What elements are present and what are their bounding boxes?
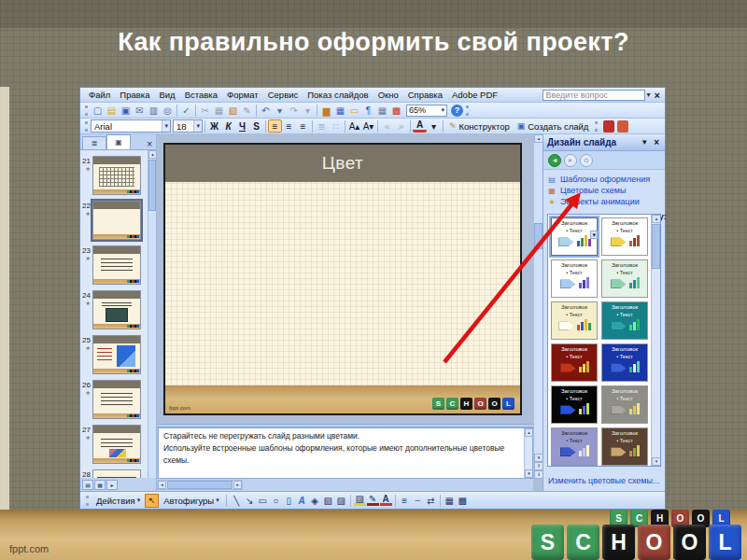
scrollbar-thumb[interactable] — [652, 224, 660, 269]
menu-item[interactable]: Сервис — [263, 89, 303, 101]
diagram-icon[interactable]: ◈ — [309, 494, 321, 507]
select-objects-button[interactable]: ↖ — [145, 494, 159, 508]
insert-comment-icon[interactable]: ▭ — [347, 104, 361, 117]
toolbar-grip[interactable] — [85, 105, 88, 116]
horizontal-scrollbar[interactable]: ◂ ▸ — [157, 480, 243, 490]
toolbar-grip[interactable] — [595, 121, 598, 132]
task-pane-link[interactable]: ★ Эффекты анимации — [547, 196, 661, 207]
back-icon[interactable]: ◂ — [548, 154, 561, 167]
color-scheme-card[interactable]: Заголовок • Текст — [551, 259, 598, 298]
menu-item[interactable]: Справка — [403, 89, 447, 101]
menu-item[interactable]: Вид — [154, 89, 179, 101]
paste-icon[interactable]: ▧ — [226, 104, 240, 117]
toolbar-grip[interactable] — [466, 105, 469, 116]
forward-icon[interactable]: ▸ — [564, 154, 577, 167]
slide-thumbnail[interactable] — [92, 335, 141, 374]
line-color-icon[interactable]: ✎ — [367, 495, 379, 506]
increase-indent-button[interactable]: » — [394, 119, 408, 133]
copy-icon[interactable]: ▦ — [212, 104, 226, 117]
3d-style-icon[interactable]: ▩ — [457, 494, 469, 507]
scroll-down-icon[interactable]: ▾ — [525, 469, 533, 478]
arrow-style-icon[interactable]: ⇄ — [425, 494, 437, 507]
scroll-up-icon[interactable]: ▴ — [148, 150, 157, 159]
numbering-button[interactable]: ≣ — [315, 119, 329, 133]
adobe-pdf-icon[interactable] — [603, 120, 614, 133]
color-scheme-card[interactable]: Заголовок • Текст — [601, 217, 648, 256]
color-scheme-card[interactable]: Заголовок • Текст — [551, 343, 598, 382]
color-scheme-card[interactable]: Заголовок • Текст — [551, 301, 598, 340]
help-icon[interactable]: ? — [451, 105, 463, 117]
align-left-button[interactable]: ≡ — [268, 119, 282, 133]
color-scheme-card[interactable]: Заголовок • Текст — [601, 343, 648, 382]
undo-icon[interactable]: ↶ — [259, 104, 273, 117]
decrease-font-button[interactable]: A▾ — [361, 119, 375, 133]
shadow-button[interactable]: S — [249, 119, 263, 133]
tab-outline[interactable]: ≣ — [82, 136, 106, 149]
oval-icon[interactable]: ○ — [270, 494, 282, 507]
scroll-down-icon[interactable]: ▾ — [652, 457, 661, 466]
task-pane-link[interactable]: ▦ Цветовые схемы — [547, 185, 661, 196]
cut-icon[interactable]: ✂ — [198, 104, 212, 117]
adobe-pdf-settings-icon[interactable] — [617, 120, 628, 133]
print-icon[interactable]: ▥ — [147, 104, 161, 117]
home-icon[interactable]: ⌂ — [580, 154, 593, 167]
align-center-button[interactable]: ≡ — [282, 119, 296, 133]
dash-style-icon[interactable]: ┄ — [412, 494, 424, 507]
bullets-button[interactable]: ∷ — [329, 119, 343, 133]
editor-scrollbar[interactable]: ▴ ▾ ⇑ ⇓ — [533, 134, 543, 479]
increase-font-button[interactable]: A▴ — [347, 119, 361, 133]
scrollbar-thumb[interactable] — [534, 223, 543, 249]
slide-thumbnail[interactable] — [92, 425, 141, 464]
color-scheme-card[interactable]: Заголовок • Текст — [551, 385, 598, 424]
clipart-icon[interactable]: ▧ — [322, 494, 334, 507]
scroll-left-icon[interactable]: ◂ — [158, 481, 166, 489]
color-scheme-card[interactable]: Заголовок • Текст — [601, 427, 648, 466]
format-painter-icon[interactable]: ✎ — [240, 104, 254, 117]
task-pane-dropdown-icon[interactable]: ▼ — [639, 138, 650, 147]
scrollbar-thumb[interactable] — [167, 481, 233, 489]
scrollbar-thumb[interactable] — [148, 160, 156, 211]
color-view-icon[interactable]: ▩ — [389, 104, 403, 117]
zoom-select[interactable]: 65%▾ — [406, 105, 447, 117]
schemes-scrollbar[interactable]: ▴ ▾ — [651, 215, 660, 466]
autoshapes-menu-button[interactable]: Автофигуры▾ — [161, 493, 222, 508]
edit-color-schemes-link[interactable]: Изменить цветовые схемы... — [548, 476, 659, 485]
redo-dropdown-icon[interactable]: ▾ — [301, 104, 315, 117]
slide-thumbnail[interactable] — [92, 156, 141, 195]
chevron-down-icon[interactable]: ▾ — [647, 91, 651, 99]
color-scheme-card[interactable]: Заголовок • Текст — [601, 259, 648, 298]
slide-thumbnail[interactable] — [92, 201, 141, 240]
picture-icon[interactable]: ▨ — [335, 494, 347, 507]
scroll-up-icon[interactable]: ▴ — [652, 215, 661, 223]
undo-dropdown-icon[interactable]: ▾ — [273, 104, 287, 117]
slide-sorter-view-button[interactable]: ▦ — [94, 480, 106, 490]
notes-pane[interactable]: Старайтесь не перегружать слайд разными … — [158, 427, 533, 479]
save-icon[interactable]: ▣ — [119, 104, 133, 117]
menu-item[interactable]: Вставка — [180, 89, 222, 101]
insert-table-icon[interactable]: ▦ — [333, 104, 347, 117]
font-color-button[interactable]: A — [413, 120, 427, 133]
question-input[interactable]: Введите вопрос — [543, 90, 645, 101]
slide-thumbnail[interactable] — [92, 380, 141, 419]
menu-item[interactable]: Формат — [222, 89, 263, 101]
menu-item[interactable]: Показ слайдов — [303, 89, 373, 101]
menu-item[interactable]: Правка — [115, 89, 154, 101]
new-icon[interactable]: ▢ — [91, 104, 105, 117]
thumbnails-scrollbar[interactable]: ▴ — [148, 150, 156, 478]
email-icon[interactable]: ✉ — [133, 104, 147, 117]
show-formatting-icon[interactable]: ¶ — [361, 104, 375, 117]
task-pane-close-icon[interactable]: × — [652, 137, 661, 147]
new-slide-button[interactable]: ▣Создать слайд — [514, 119, 593, 133]
task-pane-link[interactable]: ▤ Шаблоны оформления — [547, 174, 661, 185]
slide-thumbnail[interactable] — [92, 245, 141, 285]
print-preview-icon[interactable]: ◎ — [161, 104, 175, 117]
line-style-icon[interactable]: ≡ — [399, 494, 411, 507]
font-color-dropdown-icon[interactable]: ▾ — [427, 119, 441, 133]
menu-item[interactable]: Файл — [84, 89, 115, 101]
color-scheme-card[interactable]: Заголовок • Текст — [551, 427, 598, 466]
font-size-select[interactable]: 18▾ — [173, 119, 203, 133]
decrease-indent-button[interactable]: « — [380, 119, 394, 133]
scroll-up-icon[interactable]: ▴ — [525, 428, 533, 437]
line-icon[interactable]: ╲ — [231, 494, 243, 507]
italic-button[interactable]: К — [221, 119, 235, 133]
